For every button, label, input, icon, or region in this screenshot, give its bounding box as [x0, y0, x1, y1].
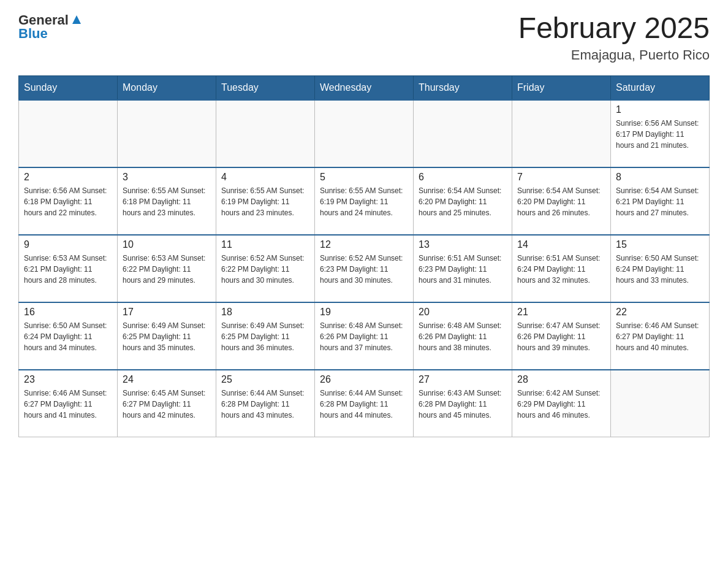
day-number: 21: [517, 307, 605, 318]
day-info: Sunrise: 6:55 AM Sunset: 6:18 PM Dayligh…: [123, 185, 211, 218]
day-info: Sunrise: 6:52 AM Sunset: 6:22 PM Dayligh…: [221, 253, 309, 286]
calendar-cell: 24Sunrise: 6:45 AM Sunset: 6:27 PM Dayli…: [118, 370, 216, 437]
calendar-cell: 28Sunrise: 6:42 AM Sunset: 6:29 PM Dayli…: [512, 370, 611, 437]
logo-icon: General Blue: [18, 12, 83, 42]
day-number: 13: [419, 239, 507, 250]
day-number: 15: [616, 239, 704, 250]
location-title: Emajagua, Puerto Rico: [518, 47, 710, 63]
calendar-cell: 25Sunrise: 6:44 AM Sunset: 6:28 PM Dayli…: [216, 370, 315, 437]
weekday-header-wednesday: Wednesday: [315, 75, 414, 100]
calendar-cell: 5Sunrise: 6:55 AM Sunset: 6:19 PM Daylig…: [315, 167, 414, 235]
day-number: 3: [123, 172, 211, 183]
calendar-cell: [216, 100, 315, 167]
day-number: 8: [616, 172, 704, 183]
day-info: Sunrise: 6:55 AM Sunset: 6:19 PM Dayligh…: [221, 185, 309, 218]
day-number: 10: [123, 239, 211, 250]
calendar-cell: 6Sunrise: 6:54 AM Sunset: 6:20 PM Daylig…: [414, 167, 512, 235]
day-info: Sunrise: 6:54 AM Sunset: 6:20 PM Dayligh…: [517, 185, 605, 218]
day-info: Sunrise: 6:49 AM Sunset: 6:25 PM Dayligh…: [123, 320, 211, 353]
calendar-cell: [19, 100, 118, 167]
calendar-cell: 11Sunrise: 6:52 AM Sunset: 6:22 PM Dayli…: [216, 235, 315, 302]
day-number: 9: [24, 239, 112, 250]
day-number: 17: [123, 307, 211, 318]
day-number: 20: [419, 307, 507, 318]
day-number: 6: [419, 172, 507, 183]
day-info: Sunrise: 6:54 AM Sunset: 6:20 PM Dayligh…: [419, 185, 507, 218]
day-info: Sunrise: 6:44 AM Sunset: 6:28 PM Dayligh…: [221, 388, 309, 421]
day-number: 5: [320, 172, 408, 183]
weekday-header-tuesday: Tuesday: [216, 75, 315, 100]
calendar-cell: 17Sunrise: 6:49 AM Sunset: 6:25 PM Dayli…: [118, 302, 216, 370]
day-info: Sunrise: 6:48 AM Sunset: 6:26 PM Dayligh…: [419, 320, 507, 353]
day-number: 26: [320, 374, 408, 385]
day-number: 1: [616, 104, 704, 115]
day-number: 28: [517, 374, 605, 385]
week-row-1: 1Sunrise: 6:56 AM Sunset: 6:17 PM Daylig…: [19, 100, 710, 167]
calendar-cell: [414, 100, 512, 167]
day-info: Sunrise: 6:56 AM Sunset: 6:17 PM Dayligh…: [616, 118, 704, 151]
day-info: Sunrise: 6:47 AM Sunset: 6:26 PM Dayligh…: [517, 320, 605, 353]
calendar-table: SundayMondayTuesdayWednesdayThursdayFrid…: [18, 75, 710, 438]
title-section: February 2025 Emajagua, Puerto Rico: [518, 12, 710, 63]
page-header: General Blue February 2025 Emajagua, Pue…: [18, 12, 710, 63]
svg-marker-0: [72, 15, 81, 24]
day-info: Sunrise: 6:46 AM Sunset: 6:27 PM Dayligh…: [616, 320, 704, 353]
day-number: 4: [221, 172, 309, 183]
day-number: 2: [24, 172, 112, 183]
calendar-cell: 18Sunrise: 6:49 AM Sunset: 6:25 PM Dayli…: [216, 302, 315, 370]
day-info: Sunrise: 6:50 AM Sunset: 6:24 PM Dayligh…: [24, 320, 112, 353]
day-number: 14: [517, 239, 605, 250]
week-row-4: 16Sunrise: 6:50 AM Sunset: 6:24 PM Dayli…: [19, 302, 710, 370]
day-number: 18: [221, 307, 309, 318]
calendar-cell: 16Sunrise: 6:50 AM Sunset: 6:24 PM Dayli…: [19, 302, 118, 370]
calendar-cell: 14Sunrise: 6:51 AM Sunset: 6:24 PM Dayli…: [512, 235, 611, 302]
day-info: Sunrise: 6:51 AM Sunset: 6:24 PM Dayligh…: [517, 253, 605, 286]
calendar-cell: [611, 370, 710, 437]
calendar-cell: 21Sunrise: 6:47 AM Sunset: 6:26 PM Dayli…: [512, 302, 611, 370]
calendar-cell: 23Sunrise: 6:46 AM Sunset: 6:27 PM Dayli…: [19, 370, 118, 437]
day-info: Sunrise: 6:54 AM Sunset: 6:21 PM Dayligh…: [616, 185, 704, 218]
day-info: Sunrise: 6:44 AM Sunset: 6:28 PM Dayligh…: [320, 388, 408, 421]
week-row-5: 23Sunrise: 6:46 AM Sunset: 6:27 PM Dayli…: [19, 370, 710, 437]
calendar-cell: 19Sunrise: 6:48 AM Sunset: 6:26 PM Dayli…: [315, 302, 414, 370]
day-info: Sunrise: 6:46 AM Sunset: 6:27 PM Dayligh…: [24, 388, 112, 421]
day-info: Sunrise: 6:45 AM Sunset: 6:27 PM Dayligh…: [123, 388, 211, 421]
day-info: Sunrise: 6:49 AM Sunset: 6:25 PM Dayligh…: [221, 320, 309, 353]
calendar-cell: 26Sunrise: 6:44 AM Sunset: 6:28 PM Dayli…: [315, 370, 414, 437]
calendar-cell: 27Sunrise: 6:43 AM Sunset: 6:28 PM Dayli…: [414, 370, 512, 437]
calendar-cell: 4Sunrise: 6:55 AM Sunset: 6:19 PM Daylig…: [216, 167, 315, 235]
day-number: 22: [616, 307, 704, 318]
calendar-cell: 8Sunrise: 6:54 AM Sunset: 6:21 PM Daylig…: [611, 167, 710, 235]
day-number: 24: [123, 374, 211, 385]
week-row-2: 2Sunrise: 6:56 AM Sunset: 6:18 PM Daylig…: [19, 167, 710, 235]
day-info: Sunrise: 6:50 AM Sunset: 6:24 PM Dayligh…: [616, 253, 704, 286]
week-row-3: 9Sunrise: 6:53 AM Sunset: 6:21 PM Daylig…: [19, 235, 710, 302]
day-info: Sunrise: 6:55 AM Sunset: 6:19 PM Dayligh…: [320, 185, 408, 218]
calendar-cell: 7Sunrise: 6:54 AM Sunset: 6:20 PM Daylig…: [512, 167, 611, 235]
calendar-cell: 20Sunrise: 6:48 AM Sunset: 6:26 PM Dayli…: [414, 302, 512, 370]
calendar-cell: 12Sunrise: 6:52 AM Sunset: 6:23 PM Dayli…: [315, 235, 414, 302]
day-number: 11: [221, 239, 309, 250]
month-title: February 2025: [518, 12, 710, 45]
calendar-cell: 15Sunrise: 6:50 AM Sunset: 6:24 PM Dayli…: [611, 235, 710, 302]
day-number: 19: [320, 307, 408, 318]
calendar-cell: 10Sunrise: 6:53 AM Sunset: 6:22 PM Dayli…: [118, 235, 216, 302]
weekday-header-monday: Monday: [118, 75, 216, 100]
day-info: Sunrise: 6:52 AM Sunset: 6:23 PM Dayligh…: [320, 253, 408, 286]
weekday-header-row: SundayMondayTuesdayWednesdayThursdayFrid…: [19, 75, 710, 100]
day-number: 23: [24, 374, 112, 385]
day-info: Sunrise: 6:56 AM Sunset: 6:18 PM Dayligh…: [24, 185, 112, 218]
day-info: Sunrise: 6:53 AM Sunset: 6:22 PM Dayligh…: [123, 253, 211, 286]
logo: General Blue: [18, 12, 83, 42]
weekday-header-thursday: Thursday: [414, 75, 512, 100]
logo-blue-text: Blue: [18, 26, 48, 42]
calendar-cell: 2Sunrise: 6:56 AM Sunset: 6:18 PM Daylig…: [19, 167, 118, 235]
weekday-header-saturday: Saturday: [611, 75, 710, 100]
calendar-cell: 3Sunrise: 6:55 AM Sunset: 6:18 PM Daylig…: [118, 167, 216, 235]
calendar-cell: 13Sunrise: 6:51 AM Sunset: 6:23 PM Dayli…: [414, 235, 512, 302]
weekday-header-friday: Friday: [512, 75, 611, 100]
day-info: Sunrise: 6:43 AM Sunset: 6:28 PM Dayligh…: [419, 388, 507, 421]
day-info: Sunrise: 6:48 AM Sunset: 6:26 PM Dayligh…: [320, 320, 408, 353]
calendar-cell: 1Sunrise: 6:56 AM Sunset: 6:17 PM Daylig…: [611, 100, 710, 167]
day-number: 25: [221, 374, 309, 385]
